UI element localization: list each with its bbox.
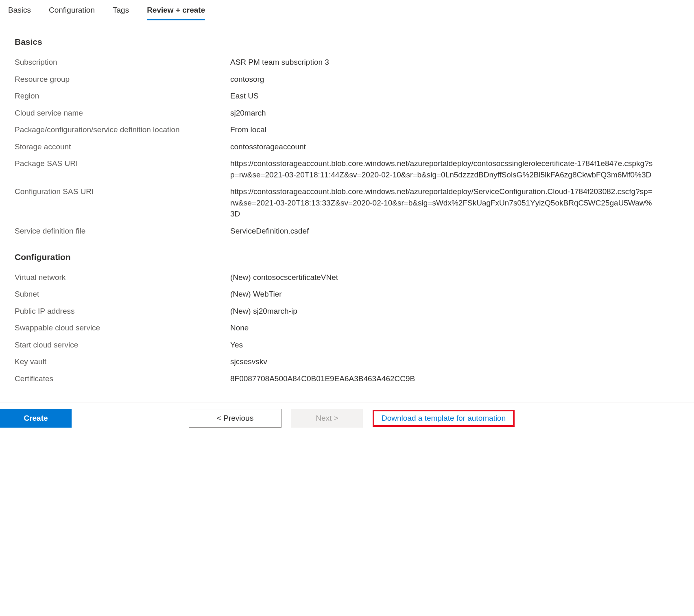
value-virtual-network: (New) contosocscertificateVNet: [230, 272, 679, 283]
label-resource-group: Resource group: [15, 74, 230, 85]
row-package-location: Package/configuration/service definition…: [15, 124, 679, 135]
section-heading-configuration: Configuration: [15, 252, 679, 262]
value-subscription: ASR PM team subscription 3: [230, 57, 679, 68]
row-public-ip: Public IP address (New) sj20march-ip: [15, 306, 679, 317]
create-button[interactable]: Create: [0, 409, 72, 428]
review-content: Basics Subscription ASR PM team subscrip…: [0, 21, 694, 402]
row-subscription: Subscription ASR PM team subscription 3: [15, 57, 679, 68]
row-storage-account: Storage account contosstorageaccount: [15, 141, 679, 153]
value-package-location: From local: [230, 124, 679, 135]
footer-bar: Create < Previous Next > Download a temp…: [0, 402, 694, 434]
value-package-sas-uri: https://contosstorageaccount.blob.core.w…: [230, 158, 679, 180]
value-config-sas-uri: https://contosstorageaccount.blob.core.w…: [230, 186, 679, 220]
label-config-sas-uri: Configuration SAS URI: [15, 186, 230, 197]
value-swappable: None: [230, 322, 679, 334]
value-certificates: 8F0087708A500A84C0B01E9EA6A3B463A462CC9B: [230, 373, 679, 384]
value-resource-group: contosorg: [230, 74, 679, 85]
value-storage-account: contosstorageaccount: [230, 141, 679, 153]
row-certificates: Certificates 8F0087708A500A84C0B01E9EA6A…: [15, 373, 679, 384]
label-public-ip: Public IP address: [15, 306, 230, 317]
value-subnet: (New) WebTier: [230, 288, 679, 300]
row-config-sas-uri: Configuration SAS URI https://contosstor…: [15, 186, 679, 220]
label-region: Region: [15, 90, 230, 102]
label-service-def-file: Service definition file: [15, 225, 230, 237]
tab-configuration[interactable]: Configuration: [49, 3, 95, 20]
label-storage-account: Storage account: [15, 141, 230, 153]
label-package-sas-uri: Package SAS URI: [15, 158, 230, 169]
download-template-link[interactable]: Download a template for automation: [382, 414, 506, 422]
label-certificates: Certificates: [15, 373, 230, 384]
value-cloud-service-name: sj20march: [230, 107, 679, 119]
row-virtual-network: Virtual network (New) contosocscertifica…: [15, 272, 679, 283]
label-start-service: Start cloud service: [15, 339, 230, 351]
row-service-def-file: Service definition file ServiceDefinitio…: [15, 225, 679, 237]
label-virtual-network: Virtual network: [15, 272, 230, 283]
next-button: Next >: [291, 409, 363, 428]
row-subnet: Subnet (New) WebTier: [15, 288, 679, 300]
tab-basics[interactable]: Basics: [8, 3, 31, 20]
row-region: Region East US: [15, 90, 679, 102]
download-template-highlight: Download a template for automation: [373, 410, 515, 427]
label-swappable: Swappable cloud service: [15, 322, 230, 334]
value-key-vault: sjcsesvskv: [230, 356, 679, 367]
value-region: East US: [230, 90, 679, 102]
row-cloud-service-name: Cloud service name sj20march: [15, 107, 679, 119]
value-service-def-file: ServiceDefinition.csdef: [230, 225, 679, 237]
row-package-sas-uri: Package SAS URI https://contosstorageacc…: [15, 158, 679, 180]
previous-button[interactable]: < Previous: [189, 409, 282, 428]
row-resource-group: Resource group contosorg: [15, 74, 679, 85]
label-subscription: Subscription: [15, 57, 230, 68]
value-start-service: Yes: [230, 339, 679, 351]
value-public-ip: (New) sj20march-ip: [230, 306, 679, 317]
label-cloud-service-name: Cloud service name: [15, 107, 230, 119]
label-subnet: Subnet: [15, 288, 230, 300]
label-key-vault: Key vault: [15, 356, 230, 367]
tab-review-create[interactable]: Review + create: [147, 3, 205, 20]
label-package-location: Package/configuration/service definition…: [15, 124, 230, 135]
row-start-service: Start cloud service Yes: [15, 339, 679, 351]
tab-bar: Basics Configuration Tags Review + creat…: [0, 0, 694, 21]
section-heading-basics: Basics: [15, 37, 679, 47]
tab-tags[interactable]: Tags: [113, 3, 129, 20]
row-swappable: Swappable cloud service None: [15, 322, 679, 334]
row-key-vault: Key vault sjcsesvskv: [15, 356, 679, 367]
